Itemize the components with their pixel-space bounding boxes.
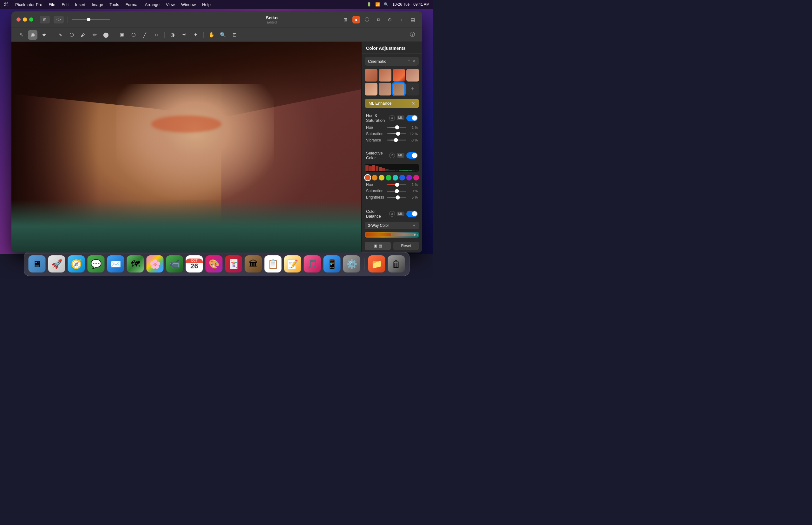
- hue-saturation-toggle[interactable]: [406, 115, 418, 121]
- tool-sparkle[interactable]: ✦: [191, 30, 200, 40]
- dock-wallet[interactable]: 🏛: [245, 255, 262, 272]
- menu-format[interactable]: Format: [123, 2, 141, 7]
- tool-levels[interactable]: ☀: [179, 30, 189, 40]
- dock-messages[interactable]: 💬: [88, 255, 105, 272]
- sc-hue-knob[interactable]: [395, 183, 399, 187]
- dock-arcade[interactable]: 🃏: [225, 255, 242, 272]
- tool-poly-lasso[interactable]: ⬡: [67, 30, 76, 40]
- preset-thumb-4[interactable]: [406, 69, 419, 81]
- tool-star[interactable]: ★: [39, 30, 49, 40]
- dock-safari[interactable]: 🧭: [68, 255, 85, 272]
- vibrance-slider-knob[interactable]: [394, 138, 398, 142]
- view-toggle-button[interactable]: ▣ ▤: [365, 242, 391, 250]
- menu-image[interactable]: Image: [89, 2, 106, 7]
- preset-dropdown[interactable]: Cinematic ⌃ ✕: [365, 57, 419, 66]
- canvas-area[interactable]: [11, 42, 361, 253]
- tool-select[interactable]: ↖: [16, 30, 26, 40]
- tool-rect[interactable]: ▣: [117, 30, 127, 40]
- zoom-slider-area[interactable]: [72, 19, 203, 20]
- preset-thumb-3[interactable]: [393, 69, 405, 81]
- hue-saturation-reset[interactable]: ↺: [389, 115, 395, 121]
- dock-reminders[interactable]: 📋: [265, 255, 282, 272]
- export-button[interactable]: ↑: [397, 15, 406, 24]
- selective-color-reset[interactable]: ↺: [389, 153, 395, 158]
- dock-calendar[interactable]: OCT 26: [186, 255, 203, 272]
- dock-pixelmator[interactable]: 🎨: [206, 255, 223, 272]
- saturation-slider-knob[interactable]: [396, 132, 400, 136]
- ml-enhance-button[interactable]: ML Enhance ✕: [365, 99, 419, 108]
- menu-pixelmator[interactable]: Pixelmator Pro: [13, 2, 45, 7]
- menu-edit[interactable]: Edit: [59, 2, 71, 7]
- preset-thumb-7-selected[interactable]: [393, 83, 405, 95]
- sc-brightness-slider-track[interactable]: [387, 197, 406, 198]
- menu-tools[interactable]: Tools: [107, 2, 121, 7]
- tool-zoom[interactable]: 🔍: [218, 30, 228, 40]
- dock-launchpad[interactable]: 🚀: [48, 255, 65, 272]
- menubar-search-icon[interactable]: 🔍: [384, 2, 389, 7]
- dock-finder[interactable]: 🖥: [29, 255, 46, 272]
- preset-thumb-1[interactable]: [365, 69, 377, 81]
- reset-button[interactable]: Reset: [393, 242, 419, 250]
- dock-photos[interactable]: 🌸: [147, 255, 164, 272]
- swatch-purple[interactable]: [406, 175, 412, 180]
- vibrance-slider-track[interactable]: [387, 139, 406, 140]
- dock-facetime[interactable]: 📹: [166, 255, 183, 272]
- sc-saturation-knob[interactable]: [395, 189, 399, 193]
- menu-view[interactable]: View: [163, 2, 177, 7]
- tool-hex[interactable]: ⬡: [129, 30, 138, 40]
- close-button[interactable]: [16, 17, 20, 21]
- hue-slider-track[interactable]: [387, 127, 406, 128]
- preset-thumb-6[interactable]: [379, 83, 391, 95]
- color-balance-toggle[interactable]: [406, 211, 418, 217]
- saturation-slider-track[interactable]: [387, 133, 406, 134]
- menu-insert[interactable]: Insert: [73, 2, 88, 7]
- tool-circle[interactable]: ○: [152, 30, 161, 40]
- sidebar-toggle-button[interactable]: ⊞: [40, 16, 50, 24]
- menu-file[interactable]: File: [46, 2, 58, 7]
- zoom-slider-thumb[interactable]: [87, 18, 90, 21]
- swatch-green[interactable]: [386, 175, 391, 180]
- preset-thumb-2[interactable]: [379, 69, 391, 81]
- sc-saturation-slider-track[interactable]: [387, 191, 406, 192]
- tool-freeform-lasso[interactable]: ∿: [56, 30, 65, 40]
- selective-color-toggle[interactable]: [406, 152, 418, 159]
- dock-unfolder[interactable]: 📁: [368, 255, 386, 272]
- tool-eraser[interactable]: ✏: [90, 30, 99, 40]
- swatch-magenta[interactable]: [413, 175, 419, 180]
- tool-crop[interactable]: ⊡: [230, 30, 239, 40]
- dock-mail[interactable]: ✉️: [107, 255, 124, 272]
- code-toggle-button[interactable]: <>: [54, 16, 64, 24]
- dock-music[interactable]: 🎵: [304, 255, 321, 272]
- dock-system-preferences[interactable]: ⚙️: [343, 255, 360, 272]
- minimize-button[interactable]: [23, 17, 27, 21]
- tool-line[interactable]: ╱: [140, 30, 150, 40]
- sc-brightness-knob[interactable]: [395, 195, 400, 199]
- menu-arrange[interactable]: Arrange: [142, 2, 162, 7]
- zoom-slider-track[interactable]: [72, 19, 110, 20]
- menu-help[interactable]: Help: [199, 2, 213, 7]
- add-preset-button[interactable]: +: [406, 83, 419, 95]
- sc-hue-slider-track[interactable]: [387, 184, 406, 185]
- hue-slider-knob[interactable]: [395, 125, 399, 130]
- swatch-teal[interactable]: [393, 175, 399, 180]
- color-balance-reset[interactable]: ↺: [389, 211, 395, 217]
- preset-thumb-5[interactable]: [365, 83, 377, 95]
- dock-appstore[interactable]: 📱: [324, 255, 341, 272]
- dock-notes[interactable]: 📝: [284, 255, 301, 272]
- menu-window[interactable]: Window: [179, 2, 198, 7]
- tool-info[interactable]: ⓘ: [408, 30, 417, 40]
- info-button[interactable]: ⓘ: [363, 15, 372, 24]
- copy-button[interactable]: ⧉: [374, 15, 383, 24]
- dock-trash[interactable]: 🗑: [388, 255, 405, 272]
- swatch-red[interactable]: [365, 175, 371, 180]
- swatch-orange[interactable]: [372, 175, 377, 180]
- grid-view-button[interactable]: ⊞: [341, 15, 350, 24]
- color-balance-dropdown[interactable]: 3-Way Color ▼: [365, 222, 419, 229]
- swatch-blue[interactable]: [399, 175, 405, 180]
- preset-close-icon[interactable]: ✕: [412, 59, 416, 64]
- sidebar-right-button[interactable]: ▤: [408, 15, 417, 24]
- apple-menu-icon[interactable]: ⌘: [4, 2, 9, 7]
- dock-maps[interactable]: 🗺: [127, 255, 144, 272]
- tool-paint[interactable]: 🖌: [78, 30, 88, 40]
- color-adjustments-button[interactable]: ●: [352, 16, 360, 24]
